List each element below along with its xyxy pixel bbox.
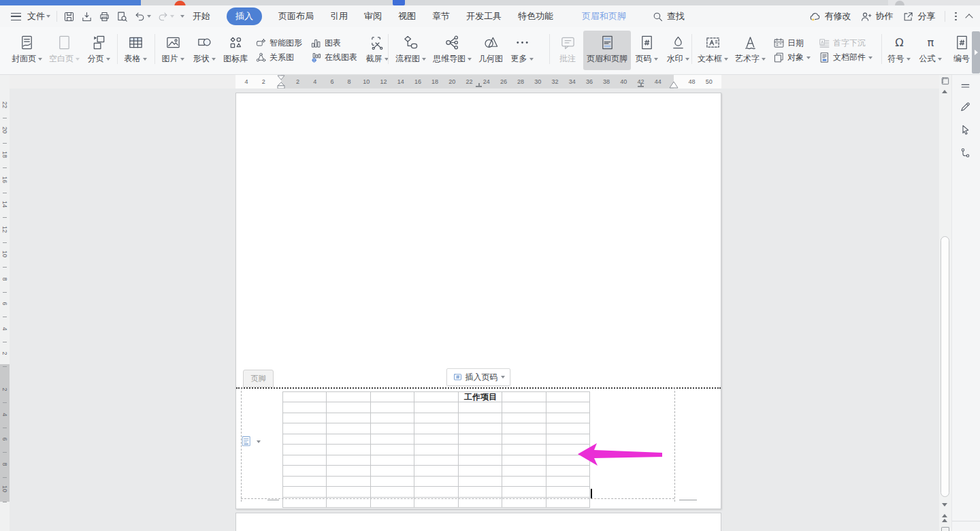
- footer-table-cell[interactable]: [371, 477, 414, 487]
- footer-table-cell[interactable]: [283, 487, 327, 497]
- footer-table-cell[interactable]: [459, 477, 502, 487]
- footer-table-cell[interactable]: [283, 498, 327, 508]
- relation-chart-button[interactable]: 关系图: [255, 52, 302, 63]
- more-options-icon[interactable]: [955, 12, 957, 21]
- footer-table-cell[interactable]: [283, 477, 327, 487]
- footer-table-cell[interactable]: [502, 402, 546, 413]
- footer-table-cell[interactable]: [546, 423, 590, 434]
- previous-page-button[interactable]: [942, 514, 947, 522]
- footer-table-cell[interactable]: [283, 445, 327, 455]
- scroll-down-icon[interactable]: [942, 503, 947, 506]
- main-menu-icon[interactable]: [11, 13, 21, 20]
- smart-graphics-button[interactable]: 智能图形: [255, 37, 302, 49]
- footer-table-cell[interactable]: [546, 487, 590, 497]
- footer-table-cell[interactable]: [283, 466, 327, 476]
- footer-table-cell[interactable]: [502, 487, 546, 497]
- word-art-button[interactable]: 艺术字: [732, 31, 769, 70]
- horizontal-ruler[interactable]: 4224681012141618202224262830323436384042…: [10, 75, 939, 88]
- page-2[interactable]: [235, 513, 721, 531]
- footer-table-cell[interactable]: [502, 392, 546, 402]
- ribbon-expand-button[interactable]: [972, 31, 980, 74]
- footer-table-cell[interactable]: [283, 413, 327, 423]
- footer-table-cell[interactable]: [459, 487, 502, 497]
- footer-table-cell[interactable]: [371, 445, 414, 455]
- footer-table-cell[interactable]: [283, 402, 327, 413]
- next-page-button[interactable]: [941, 527, 949, 531]
- icon-library-button[interactable]: 图标库: [220, 31, 251, 70]
- footer-table-cell[interactable]: [371, 455, 414, 466]
- page-1[interactable]: 页脚 插入页码 工作项目: [235, 93, 721, 509]
- more-button[interactable]: 更多: [506, 31, 538, 70]
- online-chart-button[interactable]: 在线图表: [310, 52, 357, 63]
- footer-table-cell[interactable]: [502, 423, 546, 434]
- footer-table-cell[interactable]: [414, 392, 458, 402]
- footer-table-cell[interactable]: [502, 477, 546, 487]
- vertical-ruler[interactable]: 222018161412108642246810: [0, 75, 10, 531]
- modified-status[interactable]: 有修改: [809, 10, 851, 22]
- footer-table-cell[interactable]: [459, 423, 502, 434]
- footer-table-cell[interactable]: [327, 445, 370, 455]
- flowchart-button[interactable]: 流程图: [392, 31, 429, 70]
- geometry-button[interactable]: 几何图: [475, 31, 506, 70]
- pen-annotate-icon[interactable]: [960, 101, 971, 112]
- undo-button[interactable]: [134, 11, 151, 22]
- footer-table-cell[interactable]: [414, 477, 458, 487]
- footer-table-cell[interactable]: [371, 466, 414, 476]
- footer-table-cell[interactable]: [459, 455, 502, 466]
- tab-stop-marker[interactable]: [638, 84, 644, 87]
- footer-table-cell[interactable]: [546, 413, 590, 423]
- footer-table[interactable]: [282, 391, 590, 508]
- footer-table-cell[interactable]: [414, 434, 458, 445]
- picture-button[interactable]: 图片: [157, 31, 189, 70]
- scroll-up-icon[interactable]: [942, 90, 947, 93]
- footer-table-cell[interactable]: [459, 434, 502, 445]
- footer-table-cell[interactable]: [327, 434, 370, 445]
- quickbar-more-caret[interactable]: [180, 15, 184, 18]
- footer-table-cell[interactable]: [283, 434, 327, 445]
- footer-table-cell[interactable]: [502, 445, 546, 455]
- footer-table-cell[interactable]: [283, 423, 327, 434]
- formula-button[interactable]: 公式: [915, 31, 946, 70]
- tab-home[interactable]: 开始: [193, 10, 210, 22]
- footer-table-cell[interactable]: [414, 445, 458, 455]
- footer-table-cell[interactable]: [414, 466, 458, 476]
- footer-table-cell[interactable]: [459, 498, 502, 508]
- footer-table-cell[interactable]: [414, 402, 458, 413]
- panel-lines-icon[interactable]: [960, 80, 971, 92]
- footer-table-cell[interactable]: [327, 466, 370, 476]
- tab-header-footer-context[interactable]: 页眉和页脚: [582, 10, 626, 22]
- footer-table-cell[interactable]: [327, 487, 370, 497]
- header-footer-button[interactable]: 页眉和页脚: [583, 31, 631, 70]
- footer-table-cell[interactable]: [327, 477, 370, 487]
- object-button[interactable]: 对象: [773, 52, 811, 63]
- export-icon[interactable]: [81, 11, 93, 22]
- footer-table-cell[interactable]: [546, 477, 590, 487]
- share-button[interactable]: 分享: [902, 10, 935, 22]
- chart-button[interactable]: 图表: [310, 37, 357, 49]
- footer-table-cell[interactable]: [414, 423, 458, 434]
- footer-table-cell[interactable]: [414, 498, 458, 508]
- file-menu[interactable]: 文件: [27, 10, 50, 22]
- footer-table-cell[interactable]: [327, 402, 370, 413]
- mind-map-button[interactable]: 思维导图: [429, 31, 475, 70]
- footer-table-cell[interactable]: [371, 487, 414, 497]
- shapes-button[interactable]: 形状: [189, 31, 220, 70]
- footer-table-cell[interactable]: [459, 402, 502, 413]
- footer-table-cell[interactable]: [371, 434, 414, 445]
- footer-table-cell[interactable]: [371, 402, 414, 413]
- footer-table-cell[interactable]: [502, 498, 546, 508]
- footer-table-cell[interactable]: [459, 413, 502, 423]
- print-icon[interactable]: [99, 11, 110, 22]
- print-preview-icon[interactable]: [116, 11, 128, 22]
- footer-options-widget[interactable]: [240, 435, 261, 448]
- watermark-button[interactable]: 水印: [662, 31, 693, 70]
- page-break-button[interactable]: 分页: [83, 31, 114, 70]
- footer-table-cell[interactable]: [327, 423, 370, 434]
- footer-table-cell[interactable]: [327, 392, 370, 402]
- tab-stop-marker[interactable]: [476, 84, 482, 87]
- footer-table-cell[interactable]: [283, 392, 327, 402]
- footer-table-cell[interactable]: [546, 402, 590, 413]
- footer-table-cell[interactable]: [502, 434, 546, 445]
- footer-table-cell[interactable]: [371, 413, 414, 423]
- symbol-button[interactable]: 符号: [883, 31, 915, 70]
